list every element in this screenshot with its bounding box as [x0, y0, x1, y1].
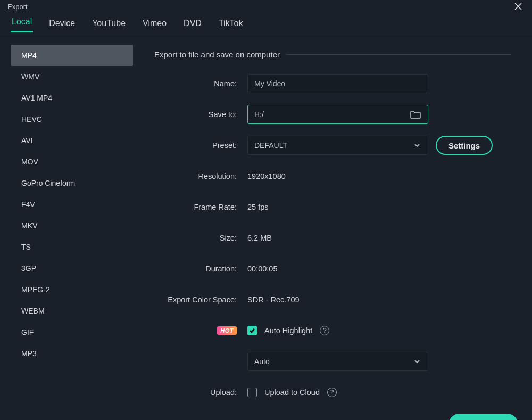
tab-dvd[interactable]: DVD	[182, 14, 203, 32]
size-value: 6.2 MB	[247, 234, 272, 242]
close-icon	[514, 2, 522, 11]
export-button[interactable]: Export	[448, 414, 518, 420]
footer: Enable GPU accelerated video encoding Ex…	[0, 414, 532, 420]
browse-folder-button[interactable]	[410, 109, 421, 120]
label-name: Name:	[154, 79, 247, 88]
preset-select[interactable]: DEFAULT	[247, 136, 428, 155]
colorspace-value: SDR - Rec.709	[247, 295, 300, 304]
label-upload: Upload:	[154, 388, 247, 397]
resolution-value: 1920x1080	[247, 172, 286, 180]
format-3gp[interactable]: 3GP	[11, 258, 133, 279]
save-to-value: H:/	[254, 110, 264, 119]
format-wmv[interactable]: WMV	[11, 66, 133, 87]
save-to-input[interactable]: H:/	[247, 105, 428, 124]
row-preset: Preset: DEFAULT Settings	[154, 136, 511, 155]
tab-bar: LocalDeviceYouTubeVimeoDVDTikTok	[0, 13, 532, 37]
auto-highlight-label: Auto Highlight	[264, 326, 312, 335]
check-icon	[249, 327, 255, 334]
settings-button[interactable]: Settings	[436, 136, 493, 155]
upload-cloud-label: Upload to Cloud	[264, 388, 320, 397]
export-window: Export LocalDeviceYouTubeVimeoDVDTikTok …	[0, 0, 532, 420]
row-upload: Upload: Upload to Cloud ?	[154, 383, 511, 402]
row-colorspace: Export Color Space: SDR - Rec.709	[154, 290, 511, 309]
tab-device[interactable]: Device	[48, 14, 76, 32]
row-name: Name:	[154, 74, 511, 93]
auto-highlight-help[interactable]: ?	[320, 326, 329, 335]
label-resolution: Resolution:	[154, 172, 247, 180]
titlebar: Export	[0, 0, 532, 13]
tab-vimeo[interactable]: Vimeo	[142, 14, 168, 32]
format-mov[interactable]: MOV	[11, 151, 133, 172]
row-size: Size: 6.2 MB	[154, 228, 511, 248]
format-webm[interactable]: WEBM	[11, 300, 133, 322]
duration-value: 00:00:05	[247, 265, 277, 273]
format-ts[interactable]: TS	[11, 236, 133, 258]
format-avi[interactable]: AVI	[11, 130, 133, 151]
format-gif[interactable]: GIF	[11, 322, 133, 343]
label-duration: Duration:	[154, 265, 247, 273]
tab-tiktok[interactable]: TikTok	[218, 14, 244, 32]
framerate-value: 25 fps	[247, 203, 269, 211]
hot-badge: HOT	[217, 326, 237, 335]
format-sidebar: MP4WMVAV1 MP4HEVCAVIMOVGoPro CineformF4V…	[0, 37, 133, 414]
format-mp4[interactable]: MP4	[11, 45, 133, 66]
window-title: Export	[7, 3, 28, 11]
preset-value: DEFAULT	[254, 141, 287, 150]
row-auto-highlight: HOT Auto Highlight ?	[154, 321, 511, 340]
tab-youtube[interactable]: YouTube	[91, 14, 127, 32]
chevron-down-icon	[414, 142, 421, 149]
label-preset: Preset:	[154, 141, 247, 150]
content-area: MP4WMVAV1 MP4HEVCAVIMOVGoPro CineformF4V…	[0, 37, 532, 414]
highlight-mode-value: Auto	[254, 357, 270, 366]
section-heading-text: Export to file and save on computer	[154, 50, 280, 59]
format-gopro-cineform[interactable]: GoPro Cineform	[11, 172, 133, 194]
label-colorspace: Export Color Space:	[154, 295, 247, 304]
divider-line	[286, 54, 511, 55]
tab-local[interactable]: Local	[11, 13, 33, 32]
format-hevc[interactable]: HEVC	[11, 109, 133, 130]
format-av1-mp4[interactable]: AV1 MP4	[11, 87, 133, 109]
row-resolution: Resolution: 1920x1080	[154, 167, 511, 186]
main-panel: Export to file and save on computer Name…	[133, 37, 532, 414]
format-f4v[interactable]: F4V	[11, 194, 133, 215]
upload-cloud-checkbox[interactable]	[247, 388, 257, 397]
label-framerate: Frame Rate:	[154, 203, 247, 211]
format-mkv[interactable]: MKV	[11, 215, 133, 236]
row-save-to: Save to: H:/	[154, 105, 511, 124]
row-framerate: Frame Rate: 25 fps	[154, 197, 511, 217]
folder-icon	[410, 110, 421, 119]
row-duration: Duration: 00:00:05	[154, 259, 511, 278]
auto-highlight-checkbox[interactable]	[247, 326, 257, 335]
row-highlight-mode: Auto	[154, 352, 511, 371]
format-mp3[interactable]: MP3	[11, 343, 133, 364]
format-mpeg-2[interactable]: MPEG-2	[11, 279, 133, 300]
label-size: Size:	[154, 234, 247, 242]
chevron-down-icon	[414, 358, 421, 365]
upload-cloud-help[interactable]: ?	[327, 388, 337, 397]
name-input[interactable]	[247, 74, 428, 93]
close-button[interactable]	[512, 0, 525, 13]
export-form: Name: Save to: H:/	[154, 74, 511, 402]
label-save-to: Save to:	[154, 110, 247, 119]
section-heading: Export to file and save on computer	[154, 50, 511, 59]
highlight-mode-select[interactable]: Auto	[247, 352, 428, 371]
